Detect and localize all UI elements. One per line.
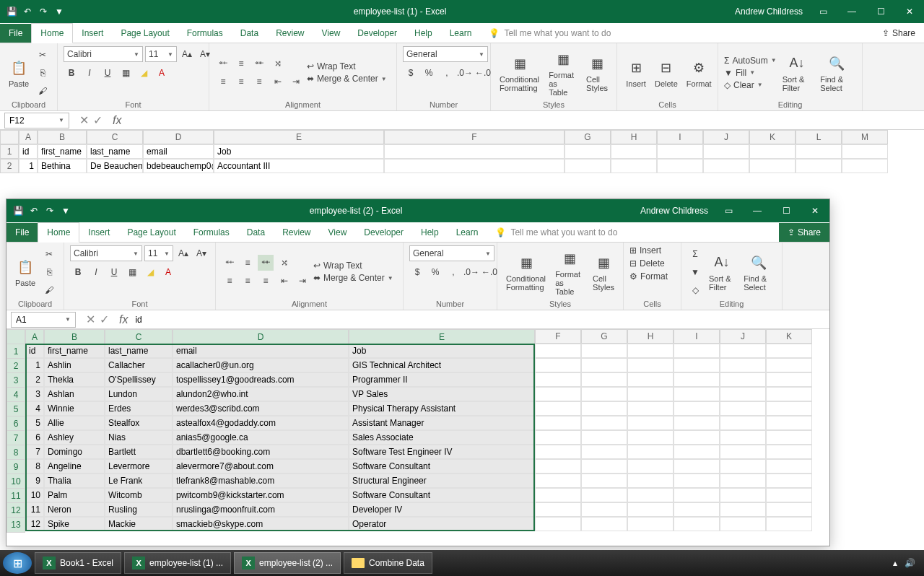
decrease-font-icon[interactable]: A▾ xyxy=(193,245,209,261)
cell[interactable]: Le Frank xyxy=(105,474,173,488)
fill-button[interactable]: ▼Fill▼ xyxy=(724,68,777,78)
merge-center-button[interactable]: ⬌Merge & Center▼ xyxy=(307,74,387,84)
tab-developer[interactable]: Developer xyxy=(349,24,406,43)
row-header[interactable]: 1 xyxy=(0,144,19,159)
cell[interactable] xyxy=(842,159,888,173)
cell[interactable] xyxy=(535,474,581,488)
increase-indent-icon[interactable]: ⇥ xyxy=(295,273,310,289)
cell[interactable]: 4 xyxy=(25,401,44,416)
cell[interactable] xyxy=(565,144,611,159)
cell[interactable] xyxy=(674,358,720,372)
column-header[interactable]: H xyxy=(611,130,657,144)
start-button[interactable]: ⊞ xyxy=(3,552,32,574)
close-button[interactable]: ✕ xyxy=(895,0,924,23)
cell[interactable]: Bartlett xyxy=(105,445,173,459)
align-left-icon[interactable]: ≡ xyxy=(215,74,231,90)
column-header[interactable]: K xyxy=(766,329,812,344)
align-top-icon[interactable]: ⬴ xyxy=(215,56,231,71)
tab-view[interactable]: View xyxy=(320,223,356,242)
underline-button[interactable]: U xyxy=(100,65,116,81)
cell[interactable]: Job xyxy=(214,144,384,159)
column-header[interactable]: G xyxy=(581,329,627,344)
cell[interactable] xyxy=(535,488,581,502)
tab-review[interactable]: Review xyxy=(267,24,313,43)
cell[interactable]: last_name xyxy=(105,344,173,358)
bold-button[interactable]: B xyxy=(70,264,86,280)
minimize-button[interactable]: — xyxy=(837,0,866,23)
italic-button[interactable]: I xyxy=(82,65,97,81)
maximize-button[interactable]: ☐ xyxy=(772,199,801,222)
paste-button[interactable]: 📋Paste xyxy=(12,256,38,289)
cell[interactable] xyxy=(766,459,812,474)
increase-font-icon[interactable]: A▴ xyxy=(175,245,191,261)
cell[interactable] xyxy=(674,401,720,416)
percent-format-icon[interactable]: % xyxy=(427,264,443,280)
align-left-icon[interactable]: ≡ xyxy=(222,273,237,289)
taskbar-item-employee-list-2[interactable]: Xemployee-list (2) ... xyxy=(234,552,341,574)
cell[interactable] xyxy=(611,159,657,173)
column-header[interactable]: I xyxy=(674,329,720,344)
cell[interactable]: id xyxy=(19,144,38,159)
format-painter-icon[interactable]: 🖌 xyxy=(35,83,51,99)
row-header[interactable]: 4 xyxy=(6,387,25,403)
cell[interactable] xyxy=(581,430,627,445)
cell[interactable] xyxy=(720,358,766,372)
cell[interactable] xyxy=(766,416,812,430)
cell[interactable] xyxy=(627,358,674,372)
cancel-formula-icon[interactable]: ✕ xyxy=(79,113,89,127)
insert-cells-button[interactable]: ⊞Insert xyxy=(629,245,661,256)
cell[interactable] xyxy=(766,387,812,401)
column-header[interactable]: M xyxy=(842,130,888,144)
cell[interactable] xyxy=(627,488,674,502)
cell[interactable] xyxy=(581,517,627,531)
cell[interactable] xyxy=(674,517,720,531)
cell[interactable]: Ashley xyxy=(44,430,105,445)
cell[interactable]: dbartlett6@booking.com xyxy=(173,445,349,459)
ribbon-display-icon[interactable]: ▭ xyxy=(714,199,743,222)
cell[interactable] xyxy=(535,344,581,358)
cell[interactable]: 1 xyxy=(25,358,44,372)
cell[interactable]: Thalia xyxy=(44,474,105,488)
cell[interactable] xyxy=(674,488,720,502)
user-name[interactable]: Andrew Childress xyxy=(729,6,808,17)
cut-icon[interactable]: ✂ xyxy=(35,47,51,63)
cell[interactable] xyxy=(581,372,627,387)
cell[interactable]: 6 xyxy=(25,430,44,445)
cell[interactable]: id xyxy=(25,344,44,358)
align-bottom-icon[interactable]: ⬵ xyxy=(258,255,274,271)
cell[interactable]: Levermore xyxy=(105,459,173,474)
undo-icon[interactable]: ↶ xyxy=(28,205,40,217)
accounting-format-icon[interactable]: $ xyxy=(409,264,425,280)
cell[interactable] xyxy=(611,144,657,159)
tell-me-search[interactable]: 💡Tell me what you want to do xyxy=(487,223,779,242)
cell[interactable]: first_name xyxy=(38,144,87,159)
tab-home[interactable]: Home xyxy=(31,23,73,43)
cell[interactable] xyxy=(627,474,674,488)
row-header[interactable]: 2 xyxy=(0,159,19,173)
cell[interactable] xyxy=(581,344,627,358)
name-box[interactable]: F12▼ xyxy=(4,113,69,128)
cell[interactable] xyxy=(535,387,581,401)
cell[interactable] xyxy=(749,144,796,159)
row-header[interactable]: 3 xyxy=(6,372,25,388)
column-header[interactable]: F xyxy=(535,329,581,344)
cell[interactable]: bdebeauchemp0@purevolume.com xyxy=(143,159,214,173)
conditional-formatting-button[interactable]: ▦Conditional Formatting xyxy=(503,251,549,293)
tab-insert[interactable]: Insert xyxy=(79,223,118,242)
find-select-button[interactable]: 🔍Find & Select xyxy=(817,52,856,94)
redo-icon[interactable]: ↷ xyxy=(44,205,56,217)
formula-input[interactable] xyxy=(132,312,829,328)
cell[interactable] xyxy=(766,488,812,502)
format-cells-button[interactable]: ⚙Format xyxy=(684,56,715,90)
italic-button[interactable]: I xyxy=(88,264,104,280)
cell[interactable] xyxy=(674,474,720,488)
cell[interactable] xyxy=(720,502,766,517)
paste-button[interactable]: 📋Paste xyxy=(6,56,32,90)
cell[interactable] xyxy=(720,344,766,358)
percent-format-icon[interactable]: % xyxy=(421,65,437,81)
cell[interactable]: GIS Technical Architect xyxy=(349,358,535,372)
cell[interactable]: Operator xyxy=(349,517,535,531)
cell[interactable]: acallacher0@un.org xyxy=(173,358,349,372)
cell[interactable] xyxy=(581,474,627,488)
row-header[interactable]: 2 xyxy=(6,358,25,374)
